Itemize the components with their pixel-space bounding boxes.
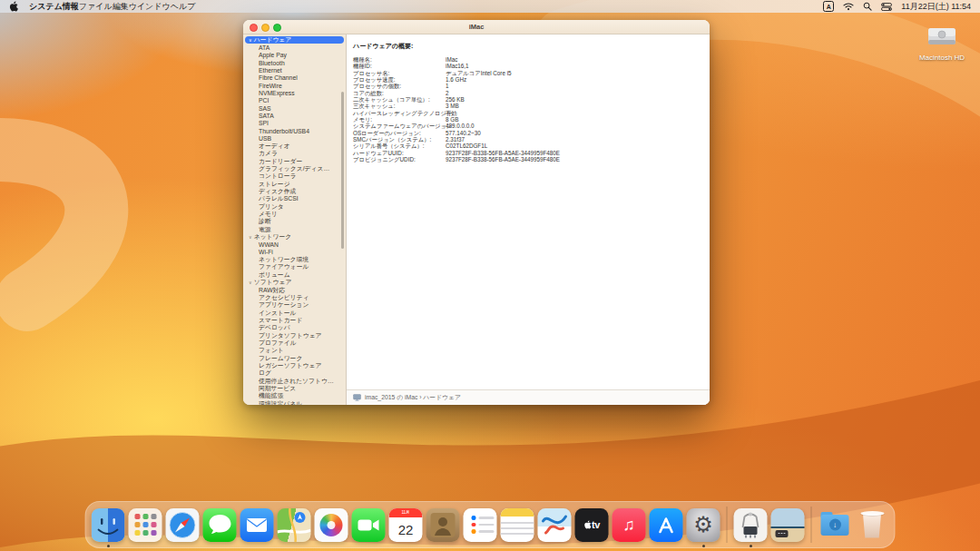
sidebar-item[interactable]: 環境設定パネル	[243, 400, 346, 406]
overview-value: 1	[446, 83, 449, 89]
sidebar-item[interactable]: SPI	[243, 120, 346, 127]
menu-item[interactable]: ウインドウ	[129, 2, 171, 11]
dock-messages-icon[interactable]	[203, 508, 237, 542]
dock-screenshot-icon[interactable]	[771, 508, 805, 542]
calendar-day-label: 22	[389, 517, 423, 542]
finder-face-icon	[92, 508, 125, 542]
contact-silhouette-icon	[426, 508, 460, 542]
overview-label: OSローダーのバージョン:	[353, 130, 446, 136]
overview-row: プロセッサ速度: 1.6 GHz	[353, 76, 704, 83]
dock-trash[interactable]	[856, 508, 889, 542]
dock-music-icon[interactable]: ♫	[612, 508, 646, 542]
sidebar-item-network[interactable]: ∨ ネットワーク	[243, 233, 346, 241]
tv-label: tv	[592, 519, 600, 530]
spotlight-search-icon[interactable]	[863, 2, 872, 11]
overview-row: システムファームウェアのバージョン: 489.0.0.0.0	[353, 123, 704, 129]
overview-row: OSローダーのバージョン: 577.140.2~30	[353, 130, 704, 136]
overview-row: プロビジョニングUDID: 9237F28F-B338-56FB-A5AE-34…	[353, 156, 704, 162]
menubar-clock[interactable]: 11月22日(土) 11:54	[901, 1, 971, 13]
overview-value: 9237F28F-B338-56FB-A5AE-3449959F480E	[446, 156, 560, 162]
overview-row: 機種名: iMac	[353, 56, 704, 63]
overview-value: 9237F28F-B338-56FB-A5AE-3449959F480E	[446, 150, 560, 156]
notes-header-icon	[501, 508, 534, 517]
hard-drive-icon	[927, 25, 956, 47]
envelope-icon	[240, 508, 274, 542]
dock-reminders-icon[interactable]	[464, 508, 497, 542]
system-information-window: iMac ∨ ハードウェア ATAApple PayBluetoothEther…	[243, 20, 710, 405]
sidebar-section-hardware: ∨ ハードウェア ATAApple PayBluetoothEthernetFi…	[243, 36, 346, 233]
dock-system-settings-icon[interactable]: ⚙	[687, 508, 720, 542]
trash-icon	[860, 511, 884, 538]
chip-caliper-icon	[734, 508, 768, 542]
dock-maps-icon[interactable]	[278, 508, 311, 542]
overview-value: デュアルコアIntel Core i5	[446, 70, 512, 76]
sidebar-item[interactable]: Bluetooth	[243, 59, 346, 66]
video-camera-icon	[352, 508, 386, 542]
overview-label: 機種ID:	[353, 63, 446, 69]
input-source-icon[interactable]: A	[823, 1, 834, 12]
dock-launchpad-icon[interactable]	[129, 508, 162, 542]
dock-safari-icon[interactable]	[166, 508, 200, 542]
dock-freeform-icon[interactable]	[538, 508, 572, 542]
dock-app-store-icon[interactable]	[650, 508, 683, 542]
window-titlebar[interactable]: iMac	[243, 20, 710, 34]
dock-downloads-folder[interactable]: ↓	[818, 508, 852, 542]
dock-separator	[727, 507, 728, 543]
dock-finder-icon[interactable]	[92, 508, 125, 542]
screenshot-toolbar-icon	[776, 530, 789, 537]
menu-item[interactable]: システム情報	[29, 2, 79, 11]
maps-roads-icon	[278, 508, 311, 542]
sidebar-item[interactable]: FireWire	[243, 82, 346, 89]
sidebar-item[interactable]: Thunderbolt/USB4	[243, 127, 346, 134]
dock-system-information-icon[interactable]	[734, 508, 768, 542]
overview-row: シリアル番号（システム）: C02TL62DGF1L	[353, 143, 704, 149]
desktop-icon-macintosh-hd[interactable]: Macintosh HD	[915, 25, 969, 62]
calendar-month-label: 11月	[389, 508, 423, 517]
dock-tv-icon[interactable]: tv	[575, 508, 609, 542]
overview-value: 有効	[446, 110, 457, 116]
sidebar-item[interactable]: Fibre Channel	[243, 74, 346, 82]
dock-contacts-icon[interactable]	[426, 508, 460, 542]
menu-item[interactable]: ファイル	[79, 2, 113, 11]
dock-photos-icon[interactable]	[315, 508, 348, 542]
apple-menu-icon[interactable]	[9, 1, 18, 12]
sidebar-item-hardware[interactable]: ∨ ハードウェア	[245, 36, 344, 44]
overview-label: ハイパースレッディングテクノロジー:	[353, 110, 446, 116]
window-status-bar: imac_2015 の iMac › ハードウェア	[347, 389, 710, 405]
dock-facetime-icon[interactable]	[352, 508, 386, 542]
control-center-icon[interactable]	[881, 3, 892, 11]
sidebar-item[interactable]: SAS	[243, 104, 346, 112]
sidebar-item[interactable]: ATA	[243, 44, 346, 51]
chevron-down-icon: ∨	[249, 234, 252, 240]
zoom-button[interactable]	[273, 24, 281, 32]
chevron-down-icon: ∨	[249, 37, 252, 43]
hardware-overview: ハードウェアの概要: 機種名: iMac 機種ID: iMac16,1	[347, 34, 710, 389]
wifi-icon[interactable]	[843, 2, 854, 11]
overview-row: 二次キャッシュ（コア単位）: 256 KB	[353, 96, 704, 103]
sidebar-item[interactable]: WWAN	[243, 241, 346, 248]
sidebar-item[interactable]: NVMExpress	[243, 89, 346, 96]
menu-bar: システム情報ファイル編集ウインドウヘルプ A 11月22日(土) 11:54	[0, 0, 980, 13]
close-button[interactable]	[250, 24, 258, 32]
overview-label: プロセッサの個数:	[353, 83, 446, 89]
menu-item[interactable]: ヘルプ	[171, 2, 196, 11]
dock-mail-icon[interactable]	[240, 508, 274, 542]
overview-row: 機種ID: iMac16,1	[353, 63, 704, 69]
dock-notes-icon[interactable]	[501, 508, 534, 542]
chevron-down-icon: ∨	[249, 280, 252, 285]
sidebar-item[interactable]: Ethernet	[243, 66, 346, 74]
menu-item[interactable]: 編集	[113, 2, 129, 11]
sidebar-item[interactable]: Apple Pay	[243, 52, 346, 59]
overview-label: 機種名:	[353, 56, 446, 63]
sidebar-item[interactable]: SATA	[243, 112, 346, 119]
music-note-icon: ♫	[622, 516, 635, 535]
overview-value: 489.0.0.0.0	[446, 123, 475, 129]
minimize-button[interactable]	[261, 24, 270, 32]
sidebar-scrollbar[interactable]	[341, 92, 344, 249]
sidebar-item[interactable]: PCI	[243, 97, 346, 104]
window-title: iMac	[469, 23, 485, 31]
overview-row: ハードウェアUUID: 9237F28F-B338-56FB-A5AE-3449…	[353, 150, 704, 156]
breadcrumb: imac_2015 の iMac › ハードウェア	[365, 393, 461, 402]
dock-calendar-icon[interactable]: 11月 22	[389, 508, 423, 542]
launchpad-grid-icon	[134, 514, 156, 536]
